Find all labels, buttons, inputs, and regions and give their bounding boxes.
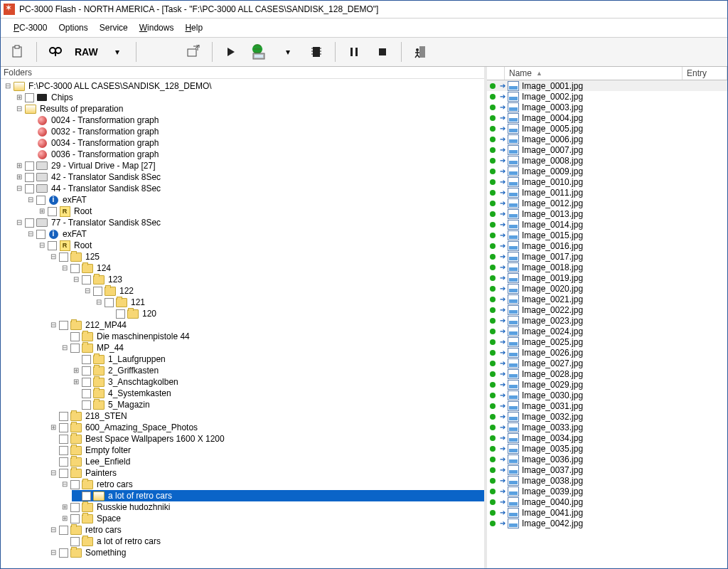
checkbox[interactable] xyxy=(70,344,80,353)
collapse-icon[interactable]: ⊟ xyxy=(26,230,35,238)
expand-icon[interactable]: ⊞ xyxy=(49,423,58,432)
file-row[interactable]: ➔Image_0039.jpg xyxy=(487,486,727,496)
file-row[interactable]: ➔Image_0018.jpg xyxy=(487,262,727,272)
file-row[interactable]: ➔Image_0005.jpg xyxy=(487,123,727,134)
tree-item-vd[interactable]: ⊞29 - Virtual Drive - Map [27] xyxy=(15,160,484,171)
tree-item-graph[interactable]: 0024 - Transformation graph xyxy=(26,115,484,126)
col-status[interactable] xyxy=(487,67,505,80)
tree-item-results[interactable]: ⊟Results of preparation xyxy=(15,103,484,115)
tree-item-folder[interactable]: ⊞2_Griffkasten xyxy=(72,365,484,376)
file-row[interactable]: ➔Image_0001.jpg xyxy=(487,80,727,91)
file-row[interactable]: ➔Image_0007.jpg xyxy=(487,144,727,155)
checkbox[interactable] xyxy=(59,457,68,467)
file-row[interactable]: ➔Image_0024.jpg xyxy=(487,326,727,336)
checkbox[interactable] xyxy=(70,537,80,546)
toolbar-exit-button[interactable] xyxy=(407,41,433,63)
menu-options[interactable]: Options xyxy=(53,21,93,34)
file-row[interactable]: ➔Image_0021.jpg xyxy=(487,294,727,304)
checkbox[interactable] xyxy=(59,412,68,421)
collapse-icon[interactable]: ⊟ xyxy=(60,344,69,352)
file-row[interactable]: ➔Image_0028.jpg xyxy=(487,368,727,379)
file-row[interactable]: ➔Image_0004.jpg xyxy=(487,112,727,123)
col-name[interactable]: Name▲ xyxy=(505,67,682,80)
checkbox[interactable] xyxy=(25,173,34,182)
expand-icon[interactable]: ⊞ xyxy=(72,378,80,386)
checkbox[interactable] xyxy=(59,435,68,444)
tree-item-folder[interactable]: ⊞600_Amazing_Space_Photos xyxy=(49,422,484,433)
checkbox[interactable] xyxy=(70,480,80,489)
file-row[interactable]: ➔Image_0020.jpg xyxy=(487,283,727,294)
checkbox[interactable] xyxy=(82,366,91,376)
toolbar-globe-dropdown[interactable]: ▾ xyxy=(275,41,301,63)
file-row[interactable]: ➔Image_0036.jpg xyxy=(487,454,727,464)
file-row[interactable]: ➔Image_0003.jpg xyxy=(487,102,727,112)
collapse-icon[interactable]: ⊟ xyxy=(4,82,12,90)
file-row[interactable]: ➔Image_0016.jpg xyxy=(487,240,727,251)
tree-item-folder[interactable]: ⊞3_Anschtagkolben xyxy=(72,376,484,388)
toolbar-raw-dropdown[interactable]: ▾ xyxy=(105,41,130,63)
checkbox[interactable] xyxy=(59,321,68,330)
tree-item-folder[interactable]: ⊞Space xyxy=(60,513,484,524)
file-row[interactable]: ➔Image_0042.jpg xyxy=(487,518,727,528)
tree-item-folder[interactable]: 4_Systemkasten xyxy=(72,388,484,399)
tree-item-folder[interactable]: Empty folter xyxy=(49,445,484,456)
tree-item-folder[interactable]: Die maschinenpistole 44 xyxy=(60,331,484,342)
file-row[interactable]: ➔Image_0038.jpg xyxy=(487,475,727,486)
expand-icon[interactable]: ⊞ xyxy=(15,161,23,170)
tree-item-folder[interactable]: 120 xyxy=(106,308,484,319)
toolbar-search-button[interactable] xyxy=(43,41,68,63)
checkbox[interactable] xyxy=(93,287,102,296)
toolbar-globe-button[interactable] xyxy=(247,41,272,63)
tree-item-folder[interactable]: ⊟212_MP44 xyxy=(49,319,484,331)
checkbox[interactable] xyxy=(59,548,68,558)
file-row[interactable]: ➔Image_0023.jpg xyxy=(487,315,727,326)
checkbox[interactable] xyxy=(70,332,80,341)
file-row[interactable]: ➔Image_0025.jpg xyxy=(487,336,727,347)
tree-item-translator[interactable]: ⊞42 - Translator Sandisk 8Sec xyxy=(15,171,484,183)
collapse-icon[interactable]: ⊟ xyxy=(49,321,58,329)
tree-item-folder[interactable]: ⊟Painters xyxy=(49,467,484,479)
expand-icon[interactable]: ⊞ xyxy=(15,93,23,102)
tree-item-exfat[interactable]: ⊟iexFAT xyxy=(26,228,484,240)
checkbox[interactable] xyxy=(48,241,57,250)
tree-item-folder[interactable]: 218_STEN xyxy=(49,410,484,422)
tree-item-folder[interactable]: ⊟122 xyxy=(83,285,484,297)
tree-item-translator[interactable]: ⊟77 - Translator Sandisk 8Sec xyxy=(15,217,484,228)
checkbox[interactable] xyxy=(25,184,34,193)
tree-item-folder[interactable]: ⊟retro cars xyxy=(60,479,484,490)
checkbox[interactable] xyxy=(70,503,80,512)
tree-item-exfat[interactable]: ⊟iexFAT xyxy=(26,194,484,206)
checkbox[interactable] xyxy=(48,207,57,216)
collapse-icon[interactable]: ⊟ xyxy=(72,275,80,284)
tree-item-folder[interactable]: ⊟124 xyxy=(60,262,484,274)
tree-root[interactable]: ⊟F:\PC-3000 ALL CASES\SANDISK_128_DEMO\ xyxy=(4,80,484,92)
col-entry[interactable]: Entry xyxy=(682,67,727,80)
file-row[interactable]: ➔Image_0031.jpg xyxy=(487,400,727,411)
checkbox[interactable] xyxy=(82,389,91,398)
tree-item-folder[interactable]: ⊟MP_44 xyxy=(60,342,484,353)
file-list[interactable]: ➔Image_0001.jpg➔Image_0002.jpg➔Image_000… xyxy=(487,80,727,568)
file-row[interactable]: ➔Image_0026.jpg xyxy=(487,347,727,358)
toolbar-chip-button[interactable] xyxy=(304,41,329,63)
tree-item-root[interactable]: ⊟RRoot xyxy=(38,240,484,251)
collapse-icon[interactable]: ⊟ xyxy=(49,526,58,534)
file-row[interactable]: ➔Image_0040.jpg xyxy=(487,496,727,507)
tree-item-folder[interactable]: ⊟retro cars xyxy=(49,524,484,536)
file-row[interactable]: ➔Image_0032.jpg xyxy=(487,411,727,422)
toolbar-raw-button[interactable]: RAW xyxy=(71,41,102,63)
tree-item-graph[interactable]: 0036 - Transformation graph xyxy=(26,149,484,160)
toolbar-export-button[interactable] xyxy=(181,41,206,63)
toolbar-task-button[interactable] xyxy=(5,41,31,63)
menu-service[interactable]: Service xyxy=(94,21,134,34)
collapse-icon[interactable]: ⊟ xyxy=(15,184,23,193)
file-row[interactable]: ➔Image_0014.jpg xyxy=(487,219,727,230)
tree-item-folder[interactable]: ⊟123 xyxy=(72,274,484,285)
tree-item-folder[interactable]: ⊟121 xyxy=(95,297,484,308)
collapse-icon[interactable]: ⊟ xyxy=(26,196,35,204)
toolbar-pause-button[interactable] xyxy=(341,41,367,63)
tree-item-folder[interactable]: Best Space Wallpapers 1600 X 1200 xyxy=(49,433,484,445)
tree-item-chips[interactable]: ⊞Chips xyxy=(15,92,484,103)
file-row[interactable]: ➔Image_0033.jpg xyxy=(487,422,727,432)
checkbox[interactable] xyxy=(25,218,34,228)
tree-item-folder[interactable]: ⊞Russkie hudozhniki xyxy=(60,501,484,513)
